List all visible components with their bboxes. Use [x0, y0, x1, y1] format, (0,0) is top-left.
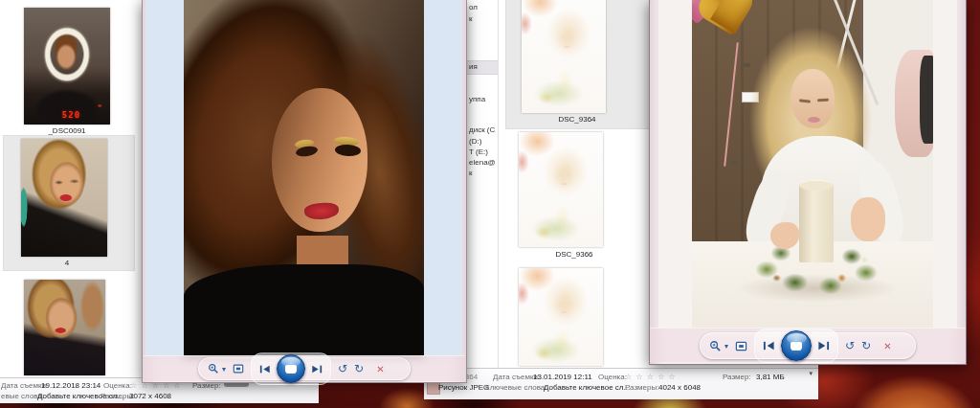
- nav-item-disk-c[interactable]: диск (C: [469, 125, 495, 134]
- thumbnail-label: DSC_9366: [502, 250, 646, 259]
- nav-item-2[interactable]: к: [469, 14, 473, 23]
- rotate-cw-button[interactable]: ↻: [354, 363, 364, 374]
- nav-item-homegroup[interactable]: уппа: [469, 95, 485, 103]
- viewer-canvas: [145, 0, 462, 356]
- date-taken-value: 13.01.2019 12:11: [533, 373, 592, 381]
- dimensions-label: Размеры:: [625, 383, 658, 392]
- rating-stars[interactable]: ☆ ☆ ☆ ☆ ☆: [625, 373, 677, 381]
- actual-size-button[interactable]: [735, 340, 747, 352]
- rotate-cw-button[interactable]: ↻: [861, 340, 871, 351]
- viewer-toolbar: ▾ ↺ ↻ ✕: [198, 357, 411, 380]
- slideshow-button[interactable]: [277, 354, 305, 383]
- next-button[interactable]: [311, 365, 323, 374]
- actual-size-button[interactable]: [233, 363, 244, 374]
- delete-button[interactable]: ✕: [883, 341, 891, 351]
- rating-label: Оценка:: [598, 373, 627, 381]
- candle-top: [799, 180, 834, 191]
- thumbnail-image-portrait: [21, 139, 107, 257]
- delete-button[interactable]: ✕: [376, 364, 384, 374]
- photo-candle-scene: [692, 0, 933, 329]
- thumbnail-label: DSC_9364: [505, 115, 649, 124]
- nav-item-selected[interactable]: ия: [469, 62, 478, 71]
- thumbnail-image-ring-light: 520: [24, 8, 110, 125]
- viewer-toolbar: ▾ ↺ ↻ ✕: [700, 332, 916, 359]
- navigation-cluster: [251, 352, 331, 385]
- black-top: [184, 264, 424, 356]
- desktop: 520 _DSC0091 4 Дата съемки: 19.12.2018 2…: [0, 0, 980, 408]
- photo-makeup-portrait: [184, 0, 424, 356]
- hand: [770, 222, 799, 249]
- wardrobe-handle: [742, 63, 750, 67]
- hand: [851, 197, 885, 241]
- nav-item-user[interactable]: elena@: [469, 158, 496, 167]
- slideshow-icon: [791, 342, 802, 350]
- viewer-bottom-chrome: ▾ ↺ ↻ ✕: [650, 328, 966, 362]
- previous-button[interactable]: [763, 341, 775, 351]
- chevron-down-icon[interactable]: ▾: [724, 342, 728, 351]
- file-type: Рисунок JPEG: [438, 383, 489, 392]
- keywords-label: Ключевые слова:: [485, 383, 546, 392]
- keywords-value[interactable]: Добавьте ключевое сл...: [544, 383, 630, 392]
- next-button[interactable]: [817, 341, 830, 351]
- tree-list-divider: [498, 0, 499, 368]
- dark-coat: [920, 56, 933, 144]
- rating-label: Оценка:: [103, 381, 132, 390]
- nav-item-disk-d[interactable]: (D:): [469, 137, 481, 146]
- lips: [808, 117, 820, 123]
- wardrobe-handle: [730, 161, 739, 165]
- nav-item-disk-e[interactable]: T (E:): [469, 147, 488, 156]
- nav-item-1[interactable]: ол: [469, 3, 478, 11]
- thumbnail-image-lace: [24, 280, 105, 375]
- candle: [799, 184, 834, 262]
- thumbnail-image-candle: [519, 132, 603, 247]
- zoom-button[interactable]: [208, 363, 219, 374]
- thumbnail-label: _DSC0091: [0, 126, 134, 135]
- viewer-canvas: [658, 0, 957, 331]
- nav-item-network[interactable]: к: [469, 169, 473, 177]
- dimensions-value: 3072 x 4608: [129, 392, 171, 400]
- photo-viewer-window-center: ▾ ↺ ↻ ✕: [142, 0, 467, 383]
- chevron-down-icon[interactable]: ▾: [222, 365, 226, 374]
- photo-viewer-window-right: ▾ ↺ ↻ ✕: [649, 0, 967, 365]
- zoom-button[interactable]: [709, 340, 722, 352]
- rotate-ccw-button[interactable]: ↺: [338, 363, 347, 374]
- dimensions-value: 4024 x 6048: [658, 383, 701, 392]
- timer-digits: 520: [62, 110, 80, 120]
- details-pane-middle: ▾ DSC_9364 Дата съемки: 13.01.2019 12:11…: [424, 368, 818, 399]
- thumbnail-image-candle: [519, 268, 603, 366]
- slideshow-button[interactable]: [781, 330, 812, 361]
- thumbnail-image-candle: [522, 0, 606, 113]
- slideshow-icon: [285, 365, 297, 373]
- date-taken-value: 19.12.2018 23:14: [41, 381, 100, 390]
- rotate-ccw-button[interactable]: ↺: [845, 340, 855, 351]
- viewer-bottom-chrome: ▾ ↺ ↻ ✕: [144, 355, 465, 381]
- thumbnail-label: 4: [0, 259, 134, 267]
- previous-button[interactable]: [259, 365, 271, 374]
- size-value: 3,81 МБ: [756, 373, 785, 381]
- navigation-cluster: [754, 329, 838, 363]
- size-label: Размер:: [723, 373, 751, 381]
